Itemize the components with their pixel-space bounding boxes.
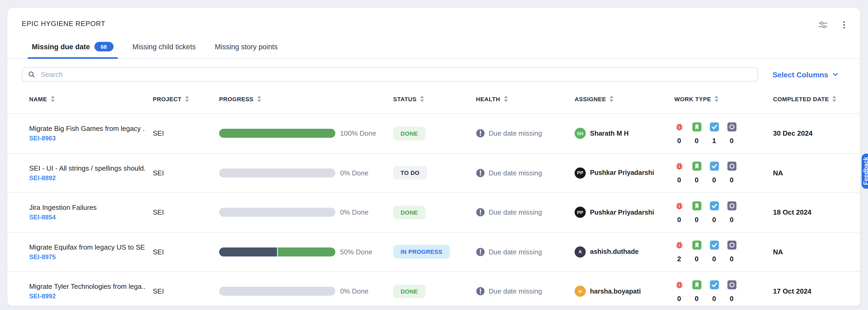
status-cell: DONE xyxy=(393,284,476,298)
epic-count: 0 xyxy=(730,137,734,145)
bug-count: 0 xyxy=(677,216,681,223)
project-cell: SEI xyxy=(153,130,219,138)
epic-hygiene-report-card: EPIC HYGIENE REPORT Missing due date xyxy=(7,7,861,306)
epic-name: SEI - UI - All strings / spellings shoul… xyxy=(29,164,145,172)
bug-icon xyxy=(675,241,684,250)
health-text: Due date missing xyxy=(489,130,542,138)
work-type-task: 1 xyxy=(709,123,719,145)
epic-icon xyxy=(727,201,736,210)
work-type-cell: 2 0 0 0 xyxy=(674,241,773,263)
epic-icon xyxy=(727,280,736,289)
kebab-menu-icon[interactable] xyxy=(838,19,850,31)
epic-icon xyxy=(727,162,736,171)
feedback-tab[interactable]: Feedback xyxy=(862,154,868,188)
sort-icon[interactable] xyxy=(50,95,55,102)
select-columns-button[interactable]: Select Columns xyxy=(773,70,839,79)
health-cell: Due date missing xyxy=(476,129,575,138)
assignee-name: Pushkar Priyadarshi xyxy=(590,209,654,216)
tab-missing-story-points[interactable]: Missing story points xyxy=(211,39,282,58)
epic-count: 0 xyxy=(730,176,734,184)
health-text: Due date missing xyxy=(489,287,542,296)
work-type-epic: 0 xyxy=(727,201,737,223)
work-type-cell: 0 0 0 0 xyxy=(674,201,773,223)
work-type-bug: 2 xyxy=(674,241,684,263)
work-type-epic: 0 xyxy=(727,280,737,303)
header-actions xyxy=(816,16,850,31)
sort-icon[interactable] xyxy=(714,95,719,102)
sort-icon[interactable] xyxy=(185,95,189,102)
epic-name: Migrate Tyler Technologies from lega... xyxy=(29,283,145,291)
status-cell: DONE xyxy=(393,206,476,219)
epic-name: Migrate Equifax from legacy US to SE... xyxy=(29,243,145,251)
sort-icon[interactable] xyxy=(420,95,425,102)
epic-count: 0 xyxy=(730,295,734,303)
story-icon xyxy=(692,123,701,131)
table-header: NAME PROJECT PROGRESS STATUS HEALTH ASSI… xyxy=(7,95,860,102)
status-cell: DONE xyxy=(393,127,476,140)
column-header-work-type[interactable]: WORK TYPE xyxy=(674,95,773,102)
alert-icon xyxy=(476,169,485,177)
tab-missing-child-tickets[interactable]: Missing child tickets xyxy=(128,39,200,58)
sort-icon[interactable] xyxy=(609,95,614,102)
progress-cell: 0% Done xyxy=(219,169,393,177)
task-icon xyxy=(710,201,719,210)
health-text: Due date missing xyxy=(489,169,542,177)
name-cell: Migrate Big Fish Games from legacy ... S… xyxy=(29,125,153,142)
search-input[interactable] xyxy=(40,70,752,79)
epic-key-link[interactable]: SEI-8975 xyxy=(29,253,145,261)
chevron-down-icon xyxy=(831,70,839,78)
epic-name: Jira Ingestion Failures xyxy=(29,204,145,212)
column-header-project[interactable]: PROJECT xyxy=(153,95,219,102)
epic-key-link[interactable]: SEI-8963 xyxy=(29,135,145,142)
task-count: 0 xyxy=(712,255,716,263)
alert-icon xyxy=(476,208,485,217)
assignee-cell: PP Pushkar Priyadarshi xyxy=(575,207,674,218)
column-header-completed-date[interactable]: COMPLETED DATE xyxy=(773,95,839,102)
status-badge: IN PROGRESS xyxy=(393,245,450,259)
page-title: EPIC HYGIENE REPORT xyxy=(22,16,816,28)
work-type-task: 0 xyxy=(709,280,719,303)
sort-icon[interactable] xyxy=(503,95,508,102)
page: EPIC HYGIENE REPORT Missing due date xyxy=(0,0,868,310)
work-type-epic: 0 xyxy=(727,241,737,263)
tab-missing-due-date[interactable]: Missing due date 68 xyxy=(28,39,118,58)
search-box[interactable] xyxy=(22,67,758,81)
status-badge: DONE xyxy=(393,284,425,298)
progress-bar xyxy=(219,169,335,177)
column-header-status[interactable]: STATUS xyxy=(393,95,476,102)
table-row: Migrate Tyler Technologies from lega... … xyxy=(7,271,860,306)
progress-bar xyxy=(219,129,335,138)
progress-label: 0% Done xyxy=(340,209,369,216)
work-type-bug: 0 xyxy=(674,201,684,223)
sort-icon[interactable] xyxy=(257,95,261,102)
bug-icon xyxy=(675,123,684,131)
assignee-cell: A ashish.duthade xyxy=(575,246,674,257)
epic-key-link[interactable]: SEI-8854 xyxy=(29,214,145,221)
card-header: EPIC HYGIENE REPORT xyxy=(7,8,860,31)
progress-bar xyxy=(219,247,335,256)
column-header-health[interactable]: HEALTH xyxy=(476,95,575,102)
bug-icon xyxy=(675,280,684,289)
health-cell: Due date missing xyxy=(476,169,575,177)
health-cell: Due date missing xyxy=(476,208,575,217)
column-header-assignee[interactable]: ASSIGNEE xyxy=(575,95,674,102)
task-icon xyxy=(710,162,719,171)
tab-bar: Missing due date 68 Missing child ticket… xyxy=(7,39,860,59)
completed-date-cell: NA xyxy=(773,248,839,256)
column-header-progress[interactable]: PROGRESS xyxy=(219,95,393,102)
bug-count: 0 xyxy=(677,176,681,184)
epic-icon xyxy=(727,241,736,250)
avatar: PP xyxy=(575,207,586,218)
epic-key-link[interactable]: SEI-8892 xyxy=(29,174,145,182)
assignee-name: Pushkar Priyadarshi xyxy=(590,169,654,177)
epic-key-link[interactable]: SEI-8992 xyxy=(29,293,145,300)
avatar: SH xyxy=(575,128,586,139)
column-header-name[interactable]: NAME xyxy=(29,95,153,102)
task-count: 1 xyxy=(712,137,716,145)
completed-date-cell: 30 Dec 2024 xyxy=(773,130,839,138)
story-icon xyxy=(692,201,701,210)
sort-icon[interactable] xyxy=(832,95,837,102)
task-icon xyxy=(710,280,719,289)
progress-label: 50% Done xyxy=(340,248,372,256)
filters-icon[interactable] xyxy=(816,19,829,31)
